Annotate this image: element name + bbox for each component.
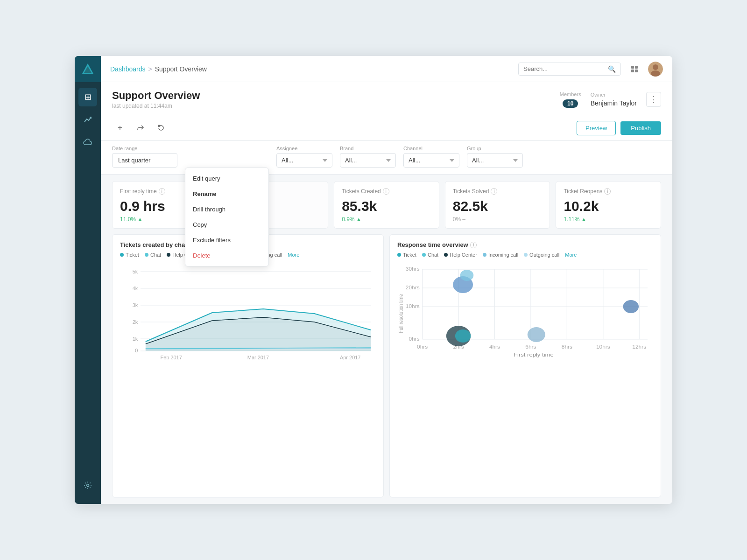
bubble-chart-container: Full resolution time (397, 262, 653, 490)
kebab-menu-button[interactable]: ⋮ (646, 92, 661, 107)
legend-dot-ticket-rt (397, 253, 401, 257)
group-select[interactable]: All... (467, 153, 523, 168)
toolbar: + Preview Publish (101, 115, 672, 141)
owner-section: Owner Benjamin Taylor (591, 92, 637, 107)
context-menu-item-edit-query[interactable]: Edit query (185, 171, 268, 186)
legend-item-ticket: Ticket (120, 252, 139, 258)
svg-text:10hrs: 10hrs (596, 344, 610, 350)
dashboard-header-left: Support Overview last updated at 11:44am (112, 90, 560, 109)
dashboard-header: Support Overview last updated at 11:44am… (101, 82, 672, 115)
add-button[interactable]: + (112, 120, 128, 136)
metric-change-ticket-reopens: 1.11% ▲ (564, 216, 653, 223)
svg-text:30hrs: 30hrs (406, 266, 420, 272)
sidebar: ⊞ (75, 56, 101, 504)
members-count-badge: 10 (563, 99, 578, 108)
filter-bar: Date range Last quarter Edit query Renam… (101, 141, 672, 175)
group-label: Group (467, 146, 523, 151)
svg-text:5k: 5k (133, 269, 138, 274)
metric-change-tickets-solved: 0% – (453, 216, 543, 223)
chart-title-response-time: Response time overview i (397, 241, 653, 248)
sidebar-logo[interactable] (75, 56, 101, 82)
context-menu-item-copy[interactable]: Copy (185, 217, 268, 232)
svg-text:1k: 1k (133, 336, 138, 341)
legend-dot-ticket (120, 253, 124, 257)
context-menu: Edit query Rename Drill through Copy Exc… (185, 168, 269, 266)
svg-text:0: 0 (135, 348, 138, 353)
sidebar-item-reports[interactable] (78, 110, 97, 129)
grid-icon-button[interactable] (627, 61, 642, 77)
metric-value-tickets-created: 85.3k (342, 198, 431, 214)
svg-rect-3 (631, 66, 634, 69)
sidebar-item-cloud[interactable] (78, 133, 97, 151)
search-box[interactable]: 🔍 (518, 63, 621, 76)
svg-text:Mar 2017: Mar 2017 (247, 355, 269, 360)
svg-text:First reply time: First reply time (514, 352, 554, 358)
preview-button[interactable]: Preview (577, 121, 616, 135)
chart-legend-response: Ticket Chat Help Center Incoming call (397, 252, 653, 258)
metric-info-icon-5[interactable]: i (604, 188, 611, 195)
date-range-label: Date range (112, 146, 177, 151)
legend-dot-chat-rt (422, 253, 426, 257)
svg-point-2 (87, 484, 89, 487)
date-range-filter: Date range Last quarter (112, 146, 177, 168)
bubble-6 (623, 300, 639, 313)
assignee-filter: Assignee All... (276, 146, 332, 168)
svg-text:Full resolution time: Full resolution time (398, 294, 404, 333)
bubble-5 (528, 327, 545, 342)
metric-info-icon-4[interactable]: i (491, 188, 497, 195)
metric-title-tickets-created: Tickets Created i (342, 188, 431, 195)
svg-text:Apr 2017: Apr 2017 (340, 355, 361, 360)
svg-text:20hrs: 20hrs (406, 285, 420, 290)
publish-button[interactable]: Publish (620, 121, 661, 135)
owner-name: Benjamin Taylor (591, 99, 637, 107)
breadcrumb: Dashboards > Support Overview (110, 65, 513, 73)
chart-info-icon-response[interactable]: i (470, 242, 477, 248)
date-range-input[interactable]: Last quarter (112, 153, 177, 168)
dashboard-subtitle: last updated at 11:44am (112, 103, 560, 109)
context-menu-item-drill-through[interactable]: Drill through (185, 202, 268, 217)
svg-text:2k: 2k (133, 320, 138, 324)
sidebar-item-settings[interactable] (78, 476, 97, 495)
members-label: Members (560, 91, 581, 97)
sidebar-item-dashboard[interactable]: ⊞ (78, 88, 97, 106)
legend-item-help-center-rt: Help Center (444, 252, 477, 258)
chart-tickets-by-channel: Tickets created by channel i Ticket Chat… (112, 234, 384, 497)
context-menu-item-rename[interactable]: Rename (185, 186, 268, 202)
share-button[interactable] (133, 120, 148, 136)
legend-dot-help-center-rt (444, 253, 448, 257)
svg-rect-6 (635, 70, 638, 72)
svg-text:10hrs: 10hrs (406, 304, 420, 309)
legend-more-tickets[interactable]: More (288, 252, 299, 258)
legend-item-chat-rt: Chat (422, 252, 438, 258)
svg-text:4k: 4k (133, 286, 138, 291)
assignee-label: Assignee (276, 146, 332, 151)
breadcrumb-dashboards[interactable]: Dashboards (110, 65, 146, 73)
owner-label: Owner (591, 92, 637, 98)
search-input[interactable] (523, 65, 608, 72)
legend-more-response[interactable]: More (565, 252, 577, 258)
channel-filter: Channel All... (403, 146, 459, 168)
app-wrapper: ⊞ Dashboards > Support (75, 56, 672, 504)
legend-item-outgoing-call-rt: Outgoing call (524, 252, 559, 258)
channel-label: Channel (403, 146, 459, 151)
bubble-2 (455, 329, 471, 343)
metric-title-tickets-solved: Tickets Solved i (453, 188, 543, 195)
members-section: Members 10 (560, 91, 581, 108)
topbar: Dashboards > Support Overview 🔍 (101, 56, 672, 82)
metric-info-icon[interactable]: i (159, 188, 165, 195)
search-icon: 🔍 (608, 65, 616, 73)
context-menu-item-exclude-filters[interactable]: Exclude filters (185, 232, 268, 248)
brand-select[interactable]: All... (340, 153, 396, 168)
svg-text:8hrs: 8hrs (562, 344, 573, 350)
channel-select[interactable]: All... (403, 153, 459, 168)
legend-dot-outgoing-call-rt (524, 253, 528, 257)
svg-text:0hrs: 0hrs (417, 344, 428, 350)
assignee-select[interactable]: All... (276, 153, 332, 168)
metric-info-icon-3[interactable]: i (383, 188, 389, 195)
svg-text:6hrs: 6hrs (525, 344, 536, 350)
context-menu-item-delete[interactable]: Delete (185, 248, 268, 263)
avatar[interactable] (648, 62, 663, 77)
undo-button[interactable] (153, 120, 169, 136)
metric-change-tickets-created: 0.9% ▲ (342, 216, 431, 223)
svg-text:12hrs: 12hrs (632, 344, 646, 350)
